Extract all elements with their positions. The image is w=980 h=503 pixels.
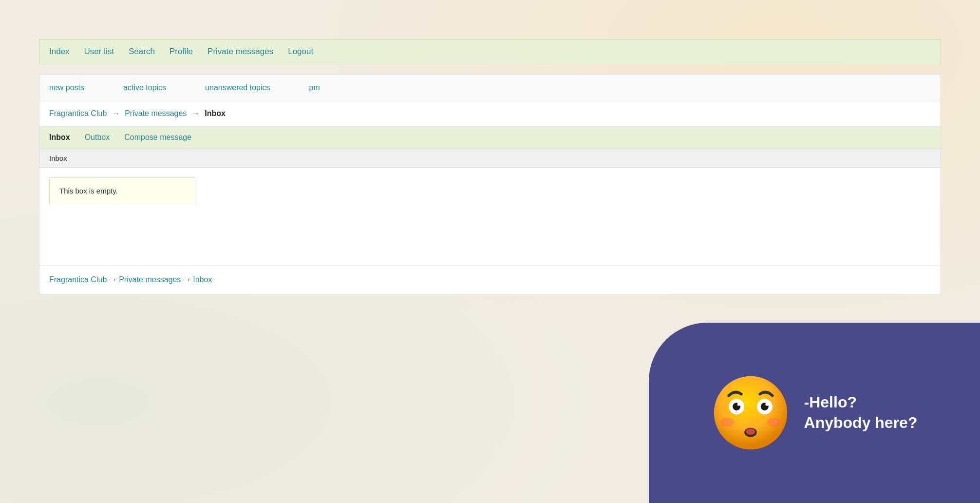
tab-outbox[interactable]: Outbox: [85, 131, 110, 144]
breadcrumb: Fragrantica Club → Private messages → In…: [39, 101, 941, 126]
empty-message-box: This box is empty.: [49, 177, 195, 204]
breadcrumb-fragrantica-club[interactable]: Fragrantica Club: [49, 109, 107, 117]
bottom-section: Fragrantica Club → Private messages → In…: [39, 265, 941, 294]
breadcrumb-separator-1: →: [112, 109, 120, 117]
nav-search[interactable]: Search: [129, 44, 155, 59]
svg-point-7: [720, 418, 734, 427]
tab-compose-message[interactable]: Compose message: [124, 131, 191, 144]
svg-point-0: [714, 376, 787, 449]
breadcrumb-current: Inbox: [205, 109, 226, 117]
nav-profile[interactable]: Profile: [170, 44, 193, 59]
promo-line2: Anybody here?: [804, 413, 918, 433]
quicklink-new-posts[interactable]: new posts: [49, 83, 84, 92]
quicklink-active-topics[interactable]: active topics: [123, 83, 166, 92]
svg-point-5: [737, 403, 740, 406]
nav-logout[interactable]: Logout: [288, 44, 313, 59]
bottom-sep-1: →: [109, 275, 119, 284]
bottom-breadcrumb-fragrantica[interactable]: Fragrantica Club: [49, 275, 107, 284]
quicklink-unanswered-topics[interactable]: unanswered topics: [205, 83, 270, 92]
bottom-breadcrumb: Fragrantica Club → Private messages → In…: [49, 275, 931, 284]
top-navigation: Index User list Search Profile Private m…: [39, 39, 941, 64]
svg-point-8: [767, 418, 781, 427]
bottom-sep-2: →: [183, 275, 193, 284]
content-area: This box is empty.: [39, 168, 941, 226]
svg-point-6: [765, 403, 768, 406]
nav-userlist[interactable]: User list: [84, 44, 114, 59]
quick-links-bar: new posts active topics unanswered topic…: [39, 75, 941, 101]
promo-text: -Hello? Anybody here?: [804, 392, 918, 433]
promo-line1: -Hello?: [804, 392, 918, 413]
empty-message-text: This box is empty.: [59, 187, 118, 195]
promo-section: -Hello? Anybody here?: [649, 323, 980, 503]
nav-index[interactable]: Index: [49, 44, 70, 59]
bottom-breadcrumb-inbox[interactable]: Inbox: [193, 275, 212, 284]
svg-point-10: [746, 428, 755, 435]
breadcrumb-private-messages[interactable]: Private messages: [125, 109, 187, 117]
main-content-area: new posts active topics unanswered topic…: [39, 74, 941, 294]
section-header: Inbox: [39, 149, 941, 168]
section-title: Inbox: [49, 154, 67, 162]
breadcrumb-separator-2: →: [192, 109, 200, 117]
nav-private-messages[interactable]: Private messages: [207, 44, 273, 59]
bottom-breadcrumb-private-messages[interactable]: Private messages: [119, 275, 181, 284]
quicklink-pm[interactable]: pm: [309, 83, 320, 92]
tab-inbox[interactable]: Inbox: [49, 131, 70, 144]
emoji-face: [712, 374, 790, 452]
tabs-bar: Inbox Outbox Compose message: [39, 126, 941, 149]
